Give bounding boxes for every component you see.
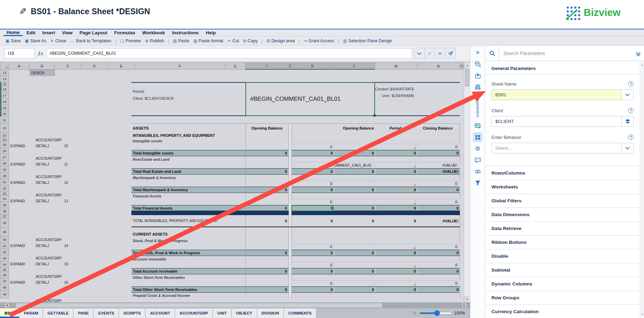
row-header-21[interactable]: 21 [0, 117, 9, 124]
row-header-19[interactable]: 19 [0, 105, 9, 111]
menu-item-instructions[interactable]: Instructions [169, 30, 202, 36]
column-header-D[interactable]: D [81, 62, 108, 70]
import-box-icon[interactable] [473, 71, 482, 80]
sheet-tab-comments[interactable]: COMMENTS [284, 308, 316, 318]
toolbar-design-area-button[interactable]: ⊞Design area [264, 38, 297, 44]
menu-item-workbook[interactable]: Workbook [139, 30, 168, 36]
row-header-13[interactable]: 13 [0, 70, 9, 76]
column-header-J[interactable]: J [289, 62, 291, 70]
vertical-scroll-thumb[interactable] [465, 69, 469, 87]
formula-dropdown-button[interactable] [414, 48, 425, 59]
section-worksheets[interactable]: Worksheets [485, 180, 640, 194]
table-check-icon[interactable] [473, 121, 482, 131]
horizontal-scrollbar[interactable]: ◄ ► [0, 302, 470, 308]
link-icon[interactable] [473, 167, 482, 176]
row-header-31[interactable]: 31 [0, 179, 9, 185]
toolbar-cut-button[interactable]: ✂Cut [225, 38, 241, 44]
sheet-tab-object[interactable]: OBJECT [232, 308, 257, 318]
formula-input[interactable] [46, 48, 412, 59]
zoom-slider-thumb[interactable] [434, 310, 440, 316]
formula-cancel-button[interactable]: ✕ [435, 48, 445, 59]
menu-item-edit[interactable]: Edit [24, 30, 39, 36]
section-disable[interactable]: Disable [485, 249, 640, 263]
sheet-tab-unit[interactable]: UNIT [213, 308, 232, 318]
row-header-39[interactable]: 39 [0, 228, 9, 237]
toolbar-paste-format-button[interactable]: ▤Paste format [191, 38, 225, 44]
section-row-groups[interactable]: Row Groups [485, 291, 640, 305]
formula-send-button[interactable] [445, 48, 456, 59]
row-header-37[interactable]: 37 [0, 214, 9, 219]
row-header-42[interactable]: 42 [0, 249, 9, 255]
sheet-tab-gettable[interactable]: GETTABLE [43, 308, 73, 318]
menu-item-help[interactable]: Help [202, 30, 219, 36]
toolbar-preview-button[interactable]: ▢Preview [118, 38, 143, 44]
menu-item-home[interactable]: Home [3, 29, 23, 36]
spreadsheet-canvas[interactable]: ABCDEFGIJKLMNO 1314151617181920212223242… [0, 61, 470, 302]
section-rows-columns[interactable]: Rows/Columns [485, 166, 640, 180]
scroll-up-icon[interactable]: ▲ [464, 62, 470, 68]
gear-settings-icon[interactable]: ⚙ [473, 144, 482, 153]
scroll-right-icon[interactable]: ► [461, 303, 467, 308]
toolbar-back-to-templates-button[interactable]: ←Back to Templates [68, 38, 113, 44]
vertical-scrollbar[interactable]: ▲ ▼ [464, 62, 470, 302]
column-header-M[interactable]: M [375, 62, 417, 70]
zoom-slider[interactable] [419, 312, 451, 314]
sheet-tab-pane[interactable]: PANE [73, 308, 94, 318]
filter-funnel-icon[interactable] [473, 178, 482, 188]
row-header-22[interactable]: 22 [0, 124, 9, 133]
section-subtotal[interactable]: Subtotal [485, 263, 640, 277]
menu-item-view[interactable]: View [59, 30, 76, 36]
row-header-47[interactable]: 47 [0, 278, 9, 284]
field-input-client[interactable]: $CLIENT [491, 116, 634, 127]
row-header-17[interactable]: 17 [0, 92, 9, 99]
row-header-33[interactable]: 33 [0, 192, 9, 196]
row-header-38[interactable]: 38 [0, 219, 9, 228]
panel-scroll-down-icon[interactable]: ▼ [640, 312, 644, 317]
column-header-A[interactable]: A [9, 62, 29, 70]
row-header-34[interactable]: 34 [0, 196, 9, 202]
search-parameters-input[interactable] [499, 46, 632, 61]
section-currency-calculation[interactable]: Currency Calculation [485, 305, 640, 318]
toolbar-copy-button[interactable]: ⧉Copy [241, 38, 260, 44]
row-header-24[interactable]: 24 [0, 138, 9, 142]
menu-item-insert[interactable]: Insert [39, 30, 58, 36]
column-header-O[interactable]: O [460, 62, 464, 70]
sheet-tab-param[interactable]: PARAM [19, 308, 43, 318]
row-header-46[interactable]: 46 [0, 272, 9, 278]
data-source-search-icon[interactable] [473, 59, 482, 69]
selection-handle[interactable] [373, 114, 376, 117]
column-header-G[interactable]: G [225, 62, 245, 70]
sheet-tab-account[interactable]: ACCOUNT [146, 308, 175, 318]
row-header-41[interactable]: 41 [0, 243, 9, 249]
row-header-20[interactable]: 20 [0, 111, 9, 117]
scroll-down-icon[interactable]: ▼ [464, 297, 470, 302]
column-header-K[interactable]: K [291, 62, 334, 70]
row-header-48[interactable]: 48 [0, 284, 9, 291]
help-icon[interactable]: ? [628, 134, 634, 140]
toolbar-publish-button[interactable]: ⊕Publish [143, 38, 166, 44]
row-header-18[interactable]: 18 [0, 99, 9, 105]
panel-scrollbar[interactable]: ▲ ▼ [640, 61, 644, 318]
section-data-dimensions[interactable]: Data Dimensions [485, 208, 640, 222]
column-header-F[interactable]: F [135, 62, 225, 70]
help-icon[interactable]: ? [628, 108, 634, 113]
row-header-35[interactable]: 35 [0, 202, 9, 208]
column-header-B[interactable]: B [29, 62, 55, 70]
row-header-29[interactable]: 29 [0, 167, 9, 173]
row-header-43[interactable]: 43 [0, 255, 9, 262]
toolbar-save-as-button[interactable]: ▣Save As [23, 38, 48, 44]
row-header-30[interactable]: 30 [0, 173, 9, 179]
section-dynamic-columns[interactable]: Dynamic Columns [485, 277, 640, 291]
column-header-L[interactable]: L [334, 62, 375, 70]
sheet-tab-events[interactable]: EVENTS [94, 308, 119, 318]
collapse-all-button[interactable] [632, 52, 644, 55]
row-header-36[interactable]: 36 [0, 208, 9, 214]
column-header-C[interactable]: C [55, 62, 81, 70]
select-all-corner[interactable] [0, 62, 9, 70]
field-input-enter-behavior[interactable]: Select... [491, 143, 634, 153]
section-ribbon-buttons[interactable]: Ribbon Buttons [485, 236, 640, 249]
row-header-28[interactable]: 28 [0, 160, 9, 167]
row-header-27[interactable]: 27 [0, 154, 9, 160]
sheet-tab-division[interactable]: DIVISION [257, 308, 284, 318]
row-header-32[interactable]: 32 [0, 185, 9, 192]
